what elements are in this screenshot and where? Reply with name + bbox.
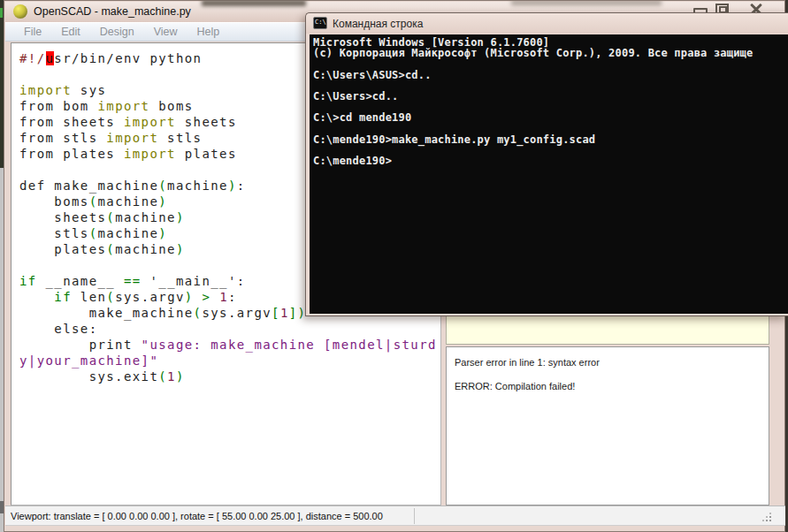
code-token: machine (167, 179, 228, 193)
code-token: ) (158, 194, 167, 209)
code-token: from sheets (19, 115, 124, 129)
code-token: ) (158, 226, 167, 240)
code-token: import (124, 147, 176, 161)
menu-item-view[interactable]: View (144, 26, 187, 38)
code-token: ( (106, 210, 115, 224)
code-token: ) (185, 290, 194, 304)
code-token: sys (72, 83, 106, 97)
code-token: import (19, 83, 72, 97)
code-token: sys.argv (202, 306, 272, 320)
code-token: ( (158, 369, 167, 384)
code-token: 1 (167, 369, 176, 384)
code-token: import (106, 131, 158, 145)
code-token: "usage: make_machine [mendel|sturd (142, 338, 437, 352)
command-prompt-window: Командная строка Microsoft Windows [Vers… (305, 12, 788, 316)
code-token: plates (176, 147, 237, 161)
status-bar: Viewport: translate = [ 0.00 0.00 0.00 ]… (5, 505, 785, 526)
code-token: ( (89, 226, 98, 240)
code-token: make_machine (19, 306, 194, 320)
code-token: > (203, 290, 211, 304)
code-line: print "usage: make_machine [mendel|sturd (19, 337, 437, 353)
code-token: ( (158, 179, 167, 193)
code-token: len (72, 290, 106, 304)
terminal-output: Microsoft Windows [Version 6.1.7600] (c)… (313, 37, 753, 166)
code-token: : (237, 179, 246, 193)
code-token: __name__ (37, 274, 124, 288)
openscad-logo-icon (13, 4, 27, 19)
code-token: ( (106, 242, 115, 256)
code-token: #!/ (19, 51, 46, 65)
code-token: print (19, 338, 142, 352)
code-token: sheets (19, 210, 106, 224)
blurred-artifact (202, 0, 306, 6)
code-token: ]) (289, 306, 307, 320)
code-token: sys.exit (19, 369, 158, 384)
code-token: else: (19, 322, 97, 336)
cmd-title-bar[interactable]: Командная строка (306, 13, 788, 34)
code-token: from stls (19, 131, 106, 145)
cmd-icon (313, 17, 327, 29)
code-token: import (97, 99, 149, 113)
resize-grip[interactable] (761, 511, 771, 521)
code-token: plates (19, 242, 106, 256)
code-token: machine (97, 226, 158, 240)
code-token (210, 290, 219, 304)
code-token: == (124, 274, 142, 288)
desktop-screen: OpenSCAD - make_machine.py FileEditDesig… (0, 0, 788, 532)
code-token: ( (194, 306, 203, 320)
error-cursor-highlight: u (46, 51, 55, 65)
code-token: ( (89, 194, 98, 209)
code-token: if (19, 274, 37, 288)
code-line: y|your_machine]" (19, 353, 437, 369)
code-token: machine (97, 194, 158, 209)
console-message: Parser error in line 1: syntax error (455, 357, 600, 368)
code-token: machine (115, 242, 176, 256)
code-token: 1 (280, 306, 289, 320)
window-title: OpenSCAD - make_machine.py (34, 5, 191, 18)
code-line: else: (19, 321, 437, 337)
console-panel[interactable]: Parser error in line 1: syntax errorERRO… (446, 346, 769, 505)
code-token: machine (115, 210, 176, 224)
viewport-status-text: Viewport: translate = [ 0.00 0.00 0.00 ]… (11, 506, 383, 526)
code-token: if (54, 290, 72, 304)
code-token: ) (228, 179, 237, 193)
code-token: stls (19, 226, 89, 240)
code-token: 1 (219, 290, 228, 304)
code-token: stls (158, 131, 202, 145)
terminal-screen[interactable]: Microsoft Windows [Version 6.1.7600] (c)… (310, 34, 788, 314)
code-token: y|your_machine]" (19, 353, 158, 368)
code-token: ) (176, 210, 185, 224)
code-token: ) (176, 242, 185, 256)
code-token: from plates (19, 147, 124, 161)
code-token (19, 290, 54, 304)
code-token: : (228, 290, 237, 304)
code-token: boms (19, 194, 89, 209)
console-message: ERROR: Compilation failed! (455, 381, 600, 391)
code-token: def make_machine (19, 179, 158, 193)
code-token: [ (272, 306, 280, 320)
cmd-window-title: Командная строка (333, 18, 423, 30)
menu-item-design[interactable]: Design (90, 26, 144, 38)
status-bar-separator (414, 508, 415, 524)
code-token: import (124, 115, 176, 129)
menu-item-help[interactable]: Help (187, 26, 230, 38)
menu-item-file[interactable]: File (14, 26, 51, 38)
code-line: sys.exit(1) (19, 369, 437, 384)
code-token: ( (106, 290, 115, 304)
background-app-text-fragment (0, 8, 3, 18)
code-token: ) (176, 369, 185, 384)
code-token: boms (149, 99, 193, 113)
code-token: from bom (19, 99, 97, 113)
console-messages: Parser error in line 1: syntax errorERRO… (455, 357, 600, 405)
code-token: sr/bin/env python (54, 51, 202, 65)
code-token: sys.argv (115, 290, 185, 304)
code-token (194, 290, 203, 304)
code-token: '__main__': (142, 274, 246, 288)
menu-item-edit[interactable]: Edit (51, 26, 90, 38)
code-token: sheets (176, 115, 237, 129)
blurred-artifact (511, 0, 662, 5)
